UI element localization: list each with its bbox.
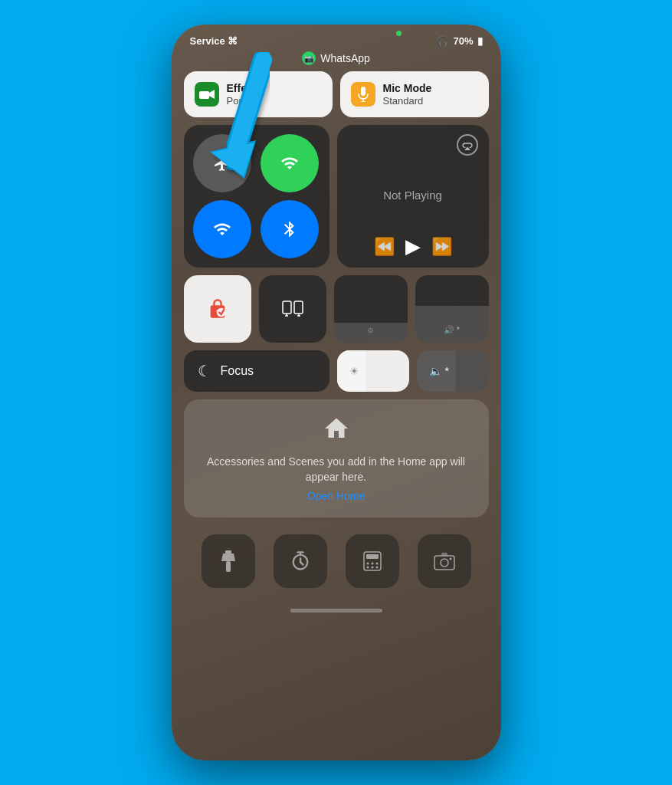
- mic-subtitle: Standard: [383, 95, 432, 107]
- battery-label: 70%: [453, 35, 473, 47]
- moon-icon: ☾: [198, 362, 211, 380]
- media-controls: ⏪ ▶ ⏩: [348, 235, 478, 258]
- focus-label: Focus: [221, 364, 254, 378]
- not-playing-label: Not Playing: [348, 189, 478, 202]
- screen-mirror-button[interactable]: [259, 275, 326, 343]
- brightness-sun-icon: ☀: [349, 365, 359, 377]
- rewind-button[interactable]: ⏪: [374, 237, 395, 257]
- svg-rect-10: [283, 301, 291, 314]
- headphone-icon: 🎧: [437, 35, 449, 47]
- phone-container: Service ⌘ 🎧 70% ▮ 📷 WhatsApp Effec: [172, 25, 501, 760]
- brightness-slider-horizontal[interactable]: ☀: [337, 350, 409, 392]
- cellular-button[interactable]: [193, 200, 251, 258]
- home-panel: Accessories and Scenes you add in the Ho…: [184, 399, 489, 517]
- focus-button[interactable]: ☾ Focus: [184, 350, 329, 392]
- blue-arrow: [202, 52, 294, 182]
- brightness-slider[interactable]: ☼: [334, 275, 408, 343]
- mic-title: Mic Mode: [383, 82, 432, 95]
- screen-lock-button[interactable]: [184, 275, 251, 343]
- status-bar: Service ⌘ 🎧 70% ▮: [172, 25, 501, 50]
- bluetooth-button[interactable]: [261, 200, 319, 258]
- mic-icon: [351, 82, 375, 107]
- svg-rect-6: [361, 87, 366, 96]
- mic-mode-button[interactable]: Mic Mode Standard: [340, 71, 489, 117]
- fast-forward-button[interactable]: ⏩: [431, 237, 452, 257]
- whatsapp-icon: 📷: [302, 51, 316, 65]
- volume-slider-horizontal[interactable]: 🔈 *: [417, 350, 489, 392]
- open-home-link[interactable]: Open Home: [196, 490, 477, 502]
- mic-text: Mic Mode Standard: [383, 82, 432, 107]
- battery-icon: ▮: [477, 35, 483, 47]
- sliders-area: ☼ 🔊 *: [334, 275, 489, 343]
- focus-row: ☾ Focus ☀ 🔈 *: [184, 350, 489, 392]
- service-label: Service ⌘: [190, 35, 238, 47]
- media-top: [348, 134, 478, 156]
- svg-marker-3: [211, 143, 254, 176]
- third-row: ☼ 🔊 *: [184, 275, 489, 343]
- play-button[interactable]: ▶: [405, 235, 421, 258]
- media-panel: Not Playing ⏪ ▶ ⏩: [337, 125, 489, 268]
- volume-speaker-icon: 🔈 *: [429, 365, 449, 377]
- airplay-icon[interactable]: [457, 134, 478, 156]
- home-description: Accessories and Scenes you add in the Ho…: [196, 455, 477, 484]
- volume-slider[interactable]: 🔊 *: [415, 275, 489, 343]
- status-right: 🎧 70% ▮: [437, 35, 482, 47]
- home-icon: [196, 415, 477, 448]
- whatsapp-label: WhatsApp: [320, 52, 370, 64]
- svg-rect-11: [294, 301, 303, 314]
